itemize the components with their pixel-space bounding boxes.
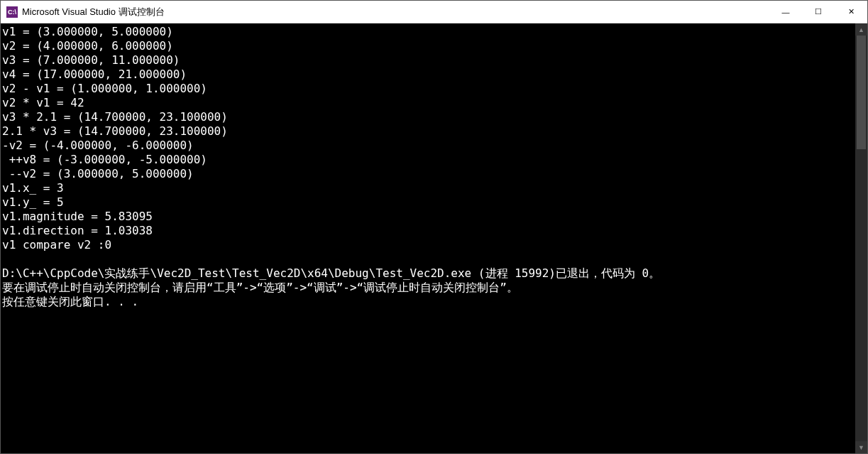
console-output[interactable]: v1 = (3.000000, 5.000000) v2 = (4.000000… bbox=[1, 23, 855, 453]
window-controls: — ☐ ✕ bbox=[769, 1, 867, 23]
app-icon: C:\ bbox=[6, 6, 18, 18]
vertical-scrollbar[interactable]: ▲ ▼ bbox=[855, 23, 867, 453]
title-bar: C:\ Microsoft Visual Studio 调试控制台 — ☐ ✕ bbox=[1, 1, 867, 23]
minimize-button[interactable]: — bbox=[769, 1, 802, 23]
scroll-thumb[interactable] bbox=[857, 36, 866, 149]
window-title: Microsoft Visual Studio 调试控制台 bbox=[22, 6, 769, 18]
close-button[interactable]: ✕ bbox=[835, 1, 867, 23]
maximize-button[interactable]: ☐ bbox=[802, 1, 835, 23]
scroll-down-arrow[interactable]: ▼ bbox=[855, 441, 867, 453]
scroll-up-arrow[interactable]: ▲ bbox=[855, 23, 867, 36]
console-container: v1 = (3.000000, 5.000000) v2 = (4.000000… bbox=[1, 23, 867, 453]
